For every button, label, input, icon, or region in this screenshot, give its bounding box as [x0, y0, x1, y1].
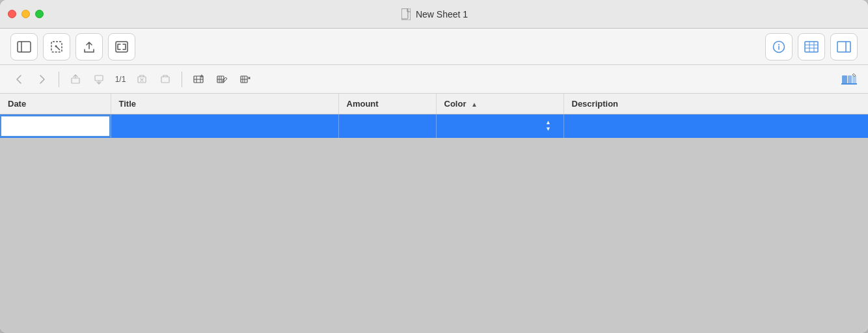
move-record-up-button[interactable]	[64, 69, 87, 90]
record-counter: 1/1	[111, 75, 129, 84]
title-cell[interactable]	[111, 114, 338, 138]
column-header-amount[interactable]: Amount	[338, 94, 436, 114]
record-toolbar: 1/1	[0, 65, 868, 94]
date-cell	[0, 114, 111, 138]
table-header-row: Date Title Amount Color ▲ Description	[0, 94, 868, 114]
toolbar-separator-1	[59, 72, 59, 87]
add-field-button[interactable]	[187, 69, 210, 90]
edit-field-button[interactable]	[211, 69, 233, 90]
svg-rect-18	[95, 75, 103, 81]
sort-icon: ▲	[471, 101, 478, 108]
table-container: Date Title Amount Color ▲ Description	[0, 94, 868, 333]
main-window: New Sheet 1	[0, 0, 868, 333]
column-header-color[interactable]: Color ▲	[436, 94, 563, 114]
data-table: Date Title Amount Color ▲ Description	[0, 94, 868, 138]
color-cell[interactable]: ▲ ▼	[436, 114, 563, 138]
svg-rect-1	[401, 8, 411, 20]
column-header-date[interactable]: Date	[0, 94, 111, 114]
svg-rect-20	[161, 77, 169, 83]
svg-rect-38	[848, 75, 852, 84]
maximize-button[interactable]	[35, 10, 44, 18]
svg-rect-15	[837, 42, 850, 52]
svg-rect-2	[18, 42, 31, 52]
column-header-title[interactable]: Title	[111, 94, 338, 114]
colorize-icon[interactable]	[838, 69, 860, 90]
sidebar-toggle-button[interactable]	[10, 33, 38, 60]
close-button[interactable]	[8, 10, 16, 18]
nav-forward-button[interactable]	[31, 69, 53, 90]
column-header-description[interactable]: Description	[563, 94, 868, 114]
nav-back-button[interactable]	[8, 69, 30, 90]
traffic-lights	[8, 10, 44, 18]
date-input[interactable]	[0, 115, 111, 137]
svg-rect-17	[72, 78, 79, 83]
amount-cell[interactable]	[338, 114, 436, 138]
move-record-down-button[interactable]	[88, 69, 110, 90]
color-stepper[interactable]: ▲ ▼	[544, 120, 553, 133]
svg-rect-37	[842, 75, 847, 84]
document-icon	[400, 8, 412, 21]
title-bar: New Sheet 1	[0, 0, 868, 29]
delete-field-button[interactable]	[234, 69, 256, 90]
stepper-up[interactable]: ▲	[544, 120, 553, 126]
window-title-area: New Sheet 1	[400, 8, 468, 21]
stepper-down[interactable]: ▼	[544, 126, 553, 133]
share-button[interactable]	[75, 33, 103, 60]
main-toolbar	[0, 29, 868, 65]
delete-record-left-button[interactable]	[131, 69, 153, 90]
fullscreen-button[interactable]	[108, 33, 135, 60]
table-row: ▲ ▼	[0, 114, 868, 138]
minimize-button[interactable]	[21, 10, 30, 18]
svg-point-9	[778, 44, 780, 45]
delete-record-right-button[interactable]	[154, 69, 176, 90]
toolbar-separator-2	[182, 72, 182, 87]
select-tool-button[interactable]	[43, 33, 70, 60]
info-button[interactable]	[765, 33, 793, 60]
svg-point-5	[55, 45, 57, 47]
table-view-button[interactable]	[798, 33, 825, 60]
svg-rect-10	[805, 42, 818, 52]
panel-button[interactable]	[830, 33, 858, 60]
description-cell[interactable]	[563, 114, 868, 138]
window-title: New Sheet 1	[416, 9, 468, 20]
